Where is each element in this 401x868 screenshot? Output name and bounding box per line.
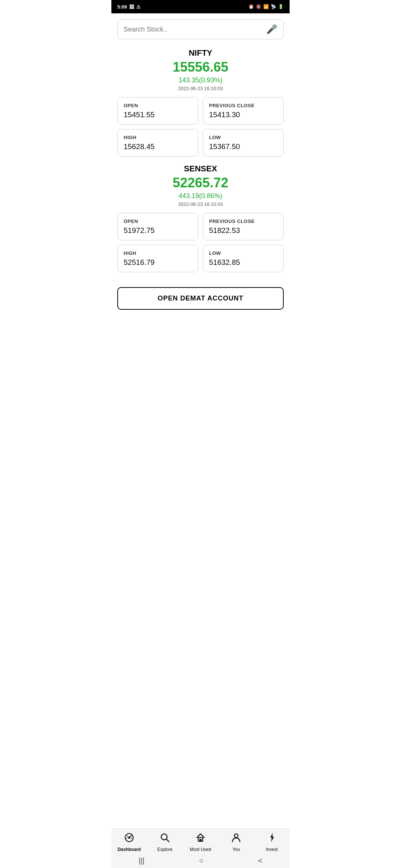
svg-point-6 [131, 838, 133, 839]
sensex-prev-close-card: PREVIOUS CLOSE 51822.53 [203, 213, 284, 240]
dashboard-icon [124, 832, 134, 845]
status-time: 5:09 [117, 4, 127, 10]
nifty-prev-close-label: PREVIOUS CLOSE [209, 103, 277, 108]
photo-icon: 🖼 [129, 4, 134, 10]
nifty-open-label: OPEN [124, 103, 192, 108]
nifty-high-card: HIGH 15628.45 [117, 129, 198, 157]
nifty-high-value: 15628.45 [124, 142, 192, 151]
sensex-open-label: OPEN [124, 218, 192, 224]
nifty-name: NIFTY [117, 48, 284, 58]
explore-icon [160, 832, 170, 845]
nav-label-you: You [232, 847, 240, 852]
svg-marker-12 [270, 833, 274, 842]
gesture-home[interactable]: ○ [199, 857, 203, 865]
sensex-section: SENSEX 52265.72 443.19(0.86%) 2022-06-23… [117, 164, 284, 272]
nifty-timestamp: 2022-06-23 16:10:03 [117, 86, 284, 91]
nifty-low-card: LOW 15367.50 [203, 129, 284, 157]
status-bar: 5:09 🖼 ⚠ ⏰ 🔇 📶 📡 🔋 [111, 0, 290, 13]
signal-icon: 📡 [271, 4, 276, 9]
nav-label-invest: Invest [266, 847, 278, 852]
sensex-price: 52265.72 [117, 175, 284, 191]
status-right: ⏰ 🔇 📶 📡 🔋 [248, 4, 284, 9]
nifty-change: 143.35(0.93%) [117, 76, 284, 84]
svg-point-5 [126, 838, 127, 839]
sensex-high-card: HIGH 52516.79 [117, 245, 198, 272]
sensex-prev-close-value: 51822.53 [209, 226, 277, 235]
nav-item-you[interactable]: You [218, 832, 254, 852]
warning-icon: ⚠ [136, 4, 141, 10]
mic-icon[interactable]: 🎤 [266, 24, 277, 34]
main-content: 🎤 NIFTY 15556.65 143.35(0.93%) 2022-06-2… [111, 13, 290, 868]
wifi-icon: 📶 [263, 4, 269, 9]
search-bar[interactable]: 🎤 [117, 19, 284, 39]
sensex-low-value: 51632.85 [209, 258, 277, 267]
gesture-back[interactable]: < [258, 857, 263, 865]
sensex-prev-close-label: PREVIOUS CLOSE [209, 218, 277, 224]
nav-label-dashboard: Dashboard [118, 847, 141, 852]
nav-label-explore: Explore [157, 847, 173, 852]
nifty-section: NIFTY 15556.65 143.35(0.93%) 2022-06-23 … [117, 48, 284, 157]
nav-label-most-used: Most Used [190, 847, 211, 852]
sensex-high-label: HIGH [124, 250, 192, 256]
nifty-prev-close-value: 15413.30 [209, 111, 277, 119]
sensex-high-value: 52516.79 [124, 258, 192, 267]
nav-item-explore[interactable]: Explore [147, 832, 183, 852]
svg-point-11 [234, 834, 238, 838]
nifty-low-label: LOW [209, 135, 277, 140]
sensex-low-label: LOW [209, 250, 277, 256]
home-icon [195, 832, 206, 845]
sensex-stats-grid: OPEN 51972.75 PREVIOUS CLOSE 51822.53 HI… [117, 213, 284, 272]
sensex-open-value: 51972.75 [124, 226, 192, 235]
gesture-bar: ||| ○ < [111, 854, 290, 868]
sensex-timestamp: 2022-06-23 16:10:03 [117, 201, 284, 207]
nifty-low-value: 15367.50 [209, 142, 277, 151]
alarm-icon: ⏰ [248, 4, 254, 9]
nav-item-dashboard[interactable]: Dashboard [111, 832, 147, 852]
person-icon [231, 832, 241, 845]
nifty-open-value: 15451.55 [124, 111, 192, 119]
search-input[interactable] [124, 26, 266, 33]
nifty-price: 15556.65 [117, 59, 284, 75]
svg-point-3 [127, 836, 128, 837]
sensex-low-card: LOW 51632.85 [203, 245, 284, 272]
gesture-menu[interactable]: ||| [138, 857, 144, 865]
nifty-open-card: OPEN 15451.55 [117, 97, 198, 125]
mute-icon: 🔇 [256, 4, 261, 9]
svg-rect-10 [199, 839, 202, 841]
svg-point-4 [131, 836, 132, 837]
nav-item-most-used[interactable]: Most Used [183, 832, 218, 852]
sensex-name: SENSEX [117, 164, 284, 174]
status-left: 5:09 🖼 ⚠ [117, 4, 141, 10]
open-demat-button[interactable]: OPEN DEMAT ACCOUNT [117, 287, 284, 310]
bottom-nav: Dashboard Explore Most Used [111, 828, 290, 854]
battery-icon: 🔋 [278, 4, 284, 9]
sensex-change: 443.19(0.86%) [117, 192, 284, 200]
nifty-high-label: HIGH [124, 135, 192, 140]
svg-line-8 [166, 839, 169, 842]
invest-icon [267, 832, 277, 845]
nifty-stats-grid: OPEN 15451.55 PREVIOUS CLOSE 15413.30 HI… [117, 97, 284, 157]
bottom-nav-wrapper: Dashboard Explore Most Used [111, 828, 290, 868]
nav-item-invest[interactable]: Invest [254, 832, 290, 852]
nifty-prev-close-card: PREVIOUS CLOSE 15413.30 [203, 97, 284, 125]
sensex-open-card: OPEN 51972.75 [117, 213, 198, 240]
